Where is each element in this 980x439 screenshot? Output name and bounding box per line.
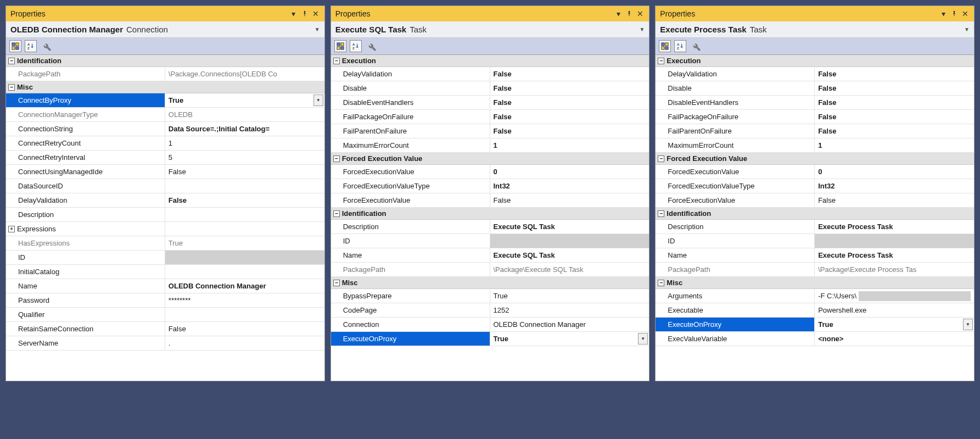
pin-icon[interactable] [625, 9, 634, 18]
property-row[interactable]: ForceExecutionValueFalse [331, 193, 649, 208]
property-value[interactable]: False [815, 110, 974, 124]
property-value[interactable]: False [815, 96, 974, 109]
property-row[interactable]: ConnectUsingManagedIdeFalse [6, 165, 324, 179]
property-label[interactable]: FailPackageOnFailure [331, 110, 490, 124]
property-label[interactable]: PackagePath [331, 263, 490, 276]
property-row[interactable]: FailParentOnFailureFalse [331, 124, 649, 138]
property-value[interactable]: True▼ [165, 93, 324, 107]
property-label[interactable]: FailParentOnFailure [656, 124, 815, 138]
close-icon[interactable]: ✕ [961, 9, 970, 18]
property-label[interactable]: ServerName [6, 336, 165, 350]
categorized-button[interactable] [659, 40, 671, 52]
property-value[interactable]: True▼ [490, 332, 649, 346]
property-pages-icon[interactable] [690, 40, 702, 52]
property-value[interactable]: 1 [490, 138, 649, 152]
expander-icon[interactable]: − [8, 58, 15, 64]
property-value[interactable]: <none> [815, 332, 974, 346]
property-value[interactable]: False [165, 322, 324, 336]
category-header[interactable]: −Identification [656, 208, 974, 220]
property-row[interactable]: MaximumErrorCount1 [331, 138, 649, 153]
property-value[interactable]: Execute SQL Task [490, 248, 649, 262]
property-label[interactable]: DataSourceID [6, 179, 165, 193]
property-label[interactable]: Disable [331, 81, 490, 95]
property-label[interactable]: ForceExecutionValue [331, 193, 490, 207]
object-selector[interactable]: OLEDB Connection ManagerConnection▼ [6, 21, 324, 38]
property-label[interactable]: ExecValueVariable [656, 332, 815, 346]
property-row[interactable]: FailPackageOnFailureFalse [331, 110, 649, 124]
property-value[interactable]: \Package\Execute Process Tas [815, 263, 974, 276]
property-grid[interactable]: −ExecutionDelayValidationFalseDisableFal… [331, 55, 649, 381]
property-label[interactable]: ConnectRetryInterval [6, 151, 165, 164]
property-value[interactable]: False [815, 81, 974, 95]
property-label[interactable]: Description [656, 220, 815, 234]
property-value[interactable]: Int32 [490, 179, 649, 193]
property-row[interactable]: ExecuteOnProxyTrue▼ [331, 332, 649, 346]
property-row[interactable]: ForcedExecutionValue0 [656, 165, 974, 179]
property-value[interactable]: -F C:\Users\ [815, 289, 974, 303]
property-row[interactable]: +Expressions [6, 222, 324, 236]
category-header[interactable]: −Identification [6, 55, 324, 67]
property-row[interactable]: ForcedExecutionValue0 [331, 165, 649, 179]
property-value[interactable] [165, 251, 324, 264]
property-row[interactable]: DisableFalse [331, 81, 649, 96]
property-label[interactable]: DisableEventHandlers [656, 96, 815, 109]
property-value[interactable]: 1 [815, 138, 974, 152]
expander-icon[interactable]: − [658, 280, 664, 286]
categorized-button[interactable] [9, 40, 21, 52]
property-value[interactable]: False [165, 193, 324, 207]
property-value[interactable]: . [165, 336, 324, 350]
property-value[interactable]: OLEDB Connection Manager [165, 279, 324, 293]
object-selector[interactable]: Execute Process TaskTask▼ [656, 21, 974, 38]
property-row[interactable]: ExecuteOnProxyTrue▼ [656, 318, 974, 332]
property-row[interactable]: ServerName. [6, 336, 324, 351]
property-grid[interactable]: −ExecutionDelayValidationFalseDisableFal… [656, 55, 974, 381]
property-label[interactable]: MaximumErrorCount [331, 138, 490, 152]
property-row[interactable]: ForcedExecutionValueTypeInt32 [656, 179, 974, 193]
property-label[interactable]: ID [6, 251, 165, 264]
alphabetical-button[interactable]: AZ [674, 40, 686, 52]
property-value[interactable]: OLEDB Connection Manager [490, 318, 649, 331]
property-value[interactable]: False [165, 165, 324, 179]
category-header[interactable]: −Execution [331, 55, 649, 67]
property-value[interactable]: False [815, 193, 974, 207]
property-row[interactable]: ExecutablePowershell.exe [656, 303, 974, 318]
property-row[interactable]: PackagePath\Package\Execute SQL Task [331, 263, 649, 277]
property-value[interactable]: Execute Process Task [815, 220, 974, 234]
property-row[interactable]: ID [331, 234, 649, 248]
property-label-cell[interactable]: +Expressions [6, 222, 165, 236]
property-label[interactable]: Connection [331, 318, 490, 331]
property-value[interactable]: False [490, 67, 649, 81]
property-value[interactable]: 0 [490, 165, 649, 179]
property-label[interactable]: FailPackageOnFailure [656, 110, 815, 124]
property-label[interactable]: ID [331, 234, 490, 248]
alphabetical-button[interactable]: AZ [25, 40, 37, 52]
dropdown-button[interactable]: ▼ [638, 333, 648, 344]
category-header[interactable]: −Execution [656, 55, 974, 67]
property-value[interactable]: False [490, 124, 649, 138]
property-value[interactable] [165, 179, 324, 193]
expander-icon[interactable]: − [658, 155, 664, 162]
property-value[interactable] [165, 222, 324, 236]
property-row[interactable]: ID [6, 251, 324, 265]
property-row[interactable]: DescriptionExecute Process Task [656, 220, 974, 234]
property-value[interactable] [490, 234, 649, 248]
property-label[interactable]: ConnectByProxy [6, 93, 165, 107]
expander-icon[interactable]: − [8, 84, 15, 91]
category-header[interactable]: −Misc [656, 277, 974, 289]
property-row[interactable]: ForceExecutionValueFalse [656, 193, 974, 208]
pin-icon[interactable] [300, 9, 309, 18]
property-label[interactable]: ForceExecutionValue [656, 193, 815, 207]
chevron-down-icon[interactable]: ▼ [639, 26, 645, 32]
property-row[interactable]: DescriptionExecute SQL Task [331, 220, 649, 234]
property-value[interactable]: False [490, 96, 649, 109]
property-row[interactable]: DisableFalse [656, 81, 974, 96]
object-selector[interactable]: Execute SQL TaskTask▼ [331, 21, 649, 38]
property-value[interactable] [165, 208, 324, 221]
property-label[interactable]: ForcedExecutionValueType [656, 179, 815, 193]
property-row[interactable]: NameOLEDB Connection Manager [6, 279, 324, 293]
property-row[interactable]: DisableEventHandlersFalse [331, 96, 649, 110]
expander-icon[interactable]: − [658, 210, 664, 217]
property-row[interactable]: PackagePath\Package.Connections[OLEDB Co [6, 67, 324, 81]
property-value[interactable]: 1252 [490, 303, 649, 317]
property-value[interactable]: False [815, 67, 974, 81]
